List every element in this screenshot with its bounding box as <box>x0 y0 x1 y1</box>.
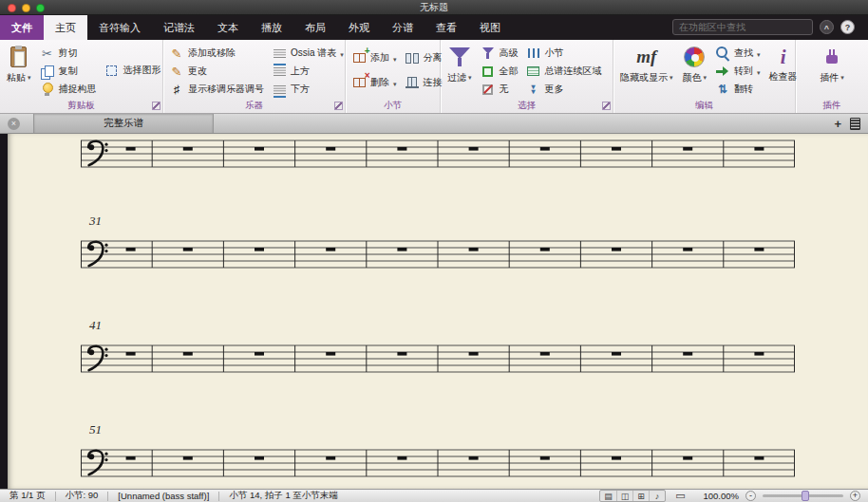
above-label: 上方 <box>291 65 310 78</box>
close-window-button[interactable] <box>8 4 16 12</box>
tab-view[interactable]: 视图 <box>468 15 512 40</box>
minimize-window-button[interactable] <box>22 4 30 12</box>
staff-system[interactable]: 31 <box>81 238 795 270</box>
passage-icon <box>527 66 539 76</box>
staff-system[interactable]: 51 <box>81 447 795 479</box>
tab-layout[interactable]: 布局 <box>293 15 337 40</box>
split-bar-button[interactable]: 分离 <box>403 49 444 66</box>
filter-button[interactable]: 过滤 <box>444 42 475 99</box>
ossia-staff-button[interactable]: Ossia 谱表 <box>270 45 346 62</box>
staff-system[interactable] <box>81 138 795 170</box>
zoom-slider[interactable] <box>763 494 843 497</box>
delete-bar-button[interactable]: 删除 <box>349 74 399 91</box>
select-graphic-button[interactable]: 选择图形 <box>103 62 163 79</box>
tab-text[interactable]: 文本 <box>206 15 250 40</box>
cut-button[interactable]: 剪切 <box>38 45 99 62</box>
tab-home[interactable]: 主页 <box>44 15 87 40</box>
hide-show-button[interactable]: 隐藏或显示 <box>617 42 676 99</box>
paste-button[interactable]: 粘贴 <box>4 42 34 99</box>
help-button[interactable] <box>840 20 855 34</box>
double-chevron-icon <box>532 84 536 94</box>
select-none-label: 无 <box>500 83 509 96</box>
select-none-icon <box>482 84 493 95</box>
ossia-label: Ossia 谱表 <box>291 46 336 60</box>
tab-full-score[interactable]: 完整乐谱 <box>33 114 214 133</box>
dialog-launcher-icon[interactable] <box>152 102 160 110</box>
staff-svg[interactable] <box>81 138 795 170</box>
magnifier-icon <box>716 46 729 60</box>
advanced-label: 高级 <box>500 46 519 60</box>
zoom-out-button[interactable] <box>745 491 756 501</box>
staff-above-button[interactable]: 上方 <box>270 63 346 80</box>
plugins-button[interactable]: 插件 <box>817 42 847 99</box>
select-bars-button[interactable]: 小节 <box>524 45 604 62</box>
grid-view-icon[interactable] <box>632 491 649 501</box>
zoom-slider-thumb[interactable] <box>802 491 809 501</box>
score-page[interactable]: 31 41 51 <box>8 134 868 489</box>
mini-staff-icon <box>274 49 286 58</box>
show-transposing-key-button[interactable]: 显示移调乐器调号 <box>167 81 266 98</box>
pencil-icon <box>169 64 184 79</box>
select-all-button[interactable]: 全部 <box>479 63 520 80</box>
tab-parts[interactable]: 分谱 <box>381 15 425 40</box>
flip-button[interactable]: 翻转 <box>713 81 763 98</box>
panorama-view-icon[interactable] <box>616 491 632 501</box>
select-none-button[interactable]: 无 <box>479 81 520 98</box>
select-more-button[interactable]: 更多 <box>524 81 604 98</box>
delete-bar-label: 删除 <box>370 76 389 89</box>
tab-note-input[interactable]: 音符输入 <box>87 15 152 40</box>
group-select-label: 选择 <box>518 100 536 112</box>
inspector-i-icon <box>781 46 786 69</box>
join-bar-button[interactable]: 连接 <box>403 74 444 91</box>
change-instrument-button[interactable]: 更改 <box>167 63 266 80</box>
dialog-launcher-icon[interactable] <box>602 102 611 110</box>
group-clipboard: 粘贴 剪切 复制 捕捉构思 选择图形 剪贴板 <box>0 40 163 113</box>
dropdown-arrow-icon <box>393 53 397 64</box>
close-tab-button[interactable] <box>8 118 20 130</box>
tab-overview-icon[interactable] <box>850 118 860 130</box>
tab-appearance[interactable]: 外观 <box>337 15 381 40</box>
bar-number: 31 <box>89 214 102 229</box>
capture-idea-button[interactable]: 捕捉构思 <box>38 81 99 98</box>
staff-below-button[interactable]: 下方 <box>270 81 346 98</box>
staff-below-icon <box>274 85 286 94</box>
ribbon-tab-bar: 文件 主页 音符输入 记谱法 文本 播放 布局 外观 分谱 查看 视图 <box>0 15 868 40</box>
zoom-in-button[interactable] <box>850 491 860 501</box>
show-transposing-label: 显示移调乐器调号 <box>188 83 264 96</box>
select-passage-button[interactable]: 总谱连续区域 <box>524 63 604 80</box>
ribbon-search-input[interactable] <box>679 22 806 32</box>
color-button[interactable]: 颜色 <box>680 42 710 99</box>
traffic-lights <box>8 4 45 12</box>
new-tab-button[interactable] <box>834 115 841 132</box>
dialog-launcher-icon[interactable] <box>334 102 343 110</box>
staff-svg[interactable] <box>81 447 795 479</box>
view-switcher <box>599 490 666 502</box>
score-area: 31 41 51 <box>0 134 868 489</box>
zoom-window-button[interactable] <box>36 4 45 12</box>
find-button[interactable]: 查找 <box>713 45 763 62</box>
tab-file[interactable]: 文件 <box>0 15 44 40</box>
tab-review[interactable]: 查看 <box>425 15 468 40</box>
advanced-filter-button[interactable]: 高级 <box>479 45 520 62</box>
staff-svg[interactable] <box>81 238 795 270</box>
goto-button[interactable]: 转到 <box>713 63 763 80</box>
add-remove-label: 添加或移除 <box>188 46 236 60</box>
staff-system[interactable]: 41 <box>81 343 795 375</box>
screen-view-icon[interactable] <box>672 491 689 501</box>
note-view-icon[interactable] <box>649 491 665 501</box>
page-view-icon[interactable] <box>600 491 616 501</box>
dropdown-arrow-icon <box>340 48 344 59</box>
lightbulb-icon <box>42 83 53 96</box>
color-wheel-icon <box>684 46 705 67</box>
tab-play[interactable]: 播放 <box>250 15 293 40</box>
color-label: 颜色 <box>683 72 702 83</box>
scissors-icon <box>40 46 55 61</box>
copy-button[interactable]: 复制 <box>38 63 99 80</box>
tab-notations[interactable]: 记谱法 <box>152 15 206 40</box>
collapse-ribbon-button[interactable] <box>820 20 834 34</box>
bar-number: 41 <box>89 318 102 333</box>
group-plugins-label: 插件 <box>823 100 841 112</box>
add-remove-instruments-button[interactable]: 添加或移除 <box>167 45 266 62</box>
add-bar-button[interactable]: 添加 <box>349 49 399 66</box>
staff-svg[interactable] <box>81 343 795 375</box>
